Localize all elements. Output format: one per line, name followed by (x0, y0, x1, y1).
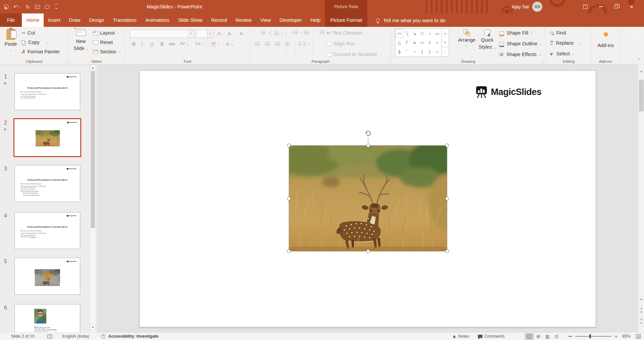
justify-button[interactable] (285, 42, 290, 46)
replace-button[interactable]: abac Replace⌄ (550, 40, 582, 46)
customize-qat-icon[interactable]: ⌄ (54, 4, 59, 10)
minimize-button[interactable] (593, 0, 608, 13)
shape-right-arrow-icon[interactable]: ⇨ (418, 38, 426, 47)
font-size-combobox[interactable]: ▼ (196, 30, 214, 38)
shape-scribble-icon[interactable]: § (396, 47, 403, 56)
text-direction-button[interactable]: ‖A Text Direction⌄ (327, 30, 367, 36)
language-indicator[interactable]: English (India) (62, 334, 89, 339)
italic-button[interactable]: I (141, 41, 143, 47)
highlight-color-button[interactable]: ab⌄ (211, 41, 220, 47)
shape-right-brace-icon[interactable]: } (426, 47, 434, 56)
font-name-combobox[interactable]: ▼ (130, 30, 194, 38)
format-painter-button[interactable]: Format Painter (21, 49, 60, 54)
layout-button[interactable]: Layout⌄ (93, 30, 119, 36)
tab-transitions[interactable]: Transitions (108, 13, 141, 27)
rotation-handle[interactable] (364, 130, 372, 137)
spell-check-icon[interactable] (47, 335, 52, 338)
previous-slide-button[interactable]: ▲▲ (638, 305, 644, 313)
shape-outline-button[interactable]: Shape Outline⌄ (499, 41, 542, 46)
cut-button[interactable]: ✂ Cut (21, 30, 35, 36)
shape-arrow-icon[interactable]: ↘ (411, 29, 418, 38)
bullets-button[interactable]: ⋮⌄ (254, 30, 270, 34)
accessibility-status[interactable]: Accessibility: Investigate (108, 334, 158, 339)
strikethrough-button[interactable]: abc (169, 42, 175, 46)
next-slide-button[interactable]: ▼▼ (638, 317, 644, 325)
align-center-button[interactable] (265, 42, 270, 46)
tab-record[interactable]: Record (207, 13, 231, 27)
slide-counter[interactable]: Slide 2 of 10 (11, 334, 35, 339)
new-slide-button[interactable]: * New Slide ⌄ (72, 29, 90, 51)
resize-handle-top-left[interactable] (287, 144, 291, 147)
bold-button[interactable]: B (132, 41, 136, 47)
deer-image[interactable] (289, 146, 447, 251)
resize-handle-bottom-right[interactable] (445, 249, 449, 253)
tab-design[interactable]: Design (85, 13, 108, 27)
save-icon[interactable] (4, 5, 8, 9)
slide-2-preview-selected[interactable]: MagicSlides (13, 118, 81, 157)
shape-down-arrow-icon[interactable]: ⇩ (426, 38, 434, 47)
canvas-scrollbar[interactable]: ▲ ▼ ▲▲ ▼▼ (638, 64, 644, 332)
shape-textbox-icon[interactable]: A≡ (396, 29, 403, 38)
zoom-slider-thumb[interactable] (589, 334, 591, 338)
shape-triangle-icon[interactable]: △ (396, 38, 403, 47)
selected-picture[interactable] (289, 146, 447, 251)
restore-button[interactable] (608, 0, 624, 13)
comments-bubble-icon[interactable] (631, 30, 637, 35)
tab-view[interactable]: View (256, 13, 275, 27)
font-name-dropdown-icon[interactable]: ▼ (188, 30, 194, 38)
canvas-scroll-down-icon[interactable]: ▼ (638, 297, 644, 303)
shapes-scroll-up-icon[interactable]: ▴ (442, 29, 449, 38)
find-button[interactable]: Find (550, 30, 566, 36)
align-left-button[interactable] (255, 42, 260, 46)
thumbnail-scrollbar[interactable]: ▲ ▼ (90, 64, 95, 332)
scroll-up-icon[interactable]: ▲ (90, 64, 96, 70)
resize-handle-top-right[interactable] (445, 144, 449, 147)
character-spacing-button[interactable]: AV⌄ (180, 41, 189, 46)
addins-button[interactable]: Add-ins (597, 32, 615, 48)
fit-to-window-icon[interactable] (636, 334, 641, 339)
tab-animations[interactable]: Animations (141, 13, 174, 27)
change-case-button[interactable]: Aa⌄ (195, 41, 204, 46)
grow-font-button[interactable]: Aˆ (217, 31, 222, 36)
zoom-slider[interactable] (575, 336, 611, 336)
section-button[interactable]: Section⌄ (93, 49, 121, 54)
touch-mouse-mode-icon[interactable] (45, 5, 49, 9)
increase-indent-button[interactable]: ▸ (301, 30, 309, 34)
tab-home[interactable]: Home (22, 13, 44, 27)
undo-icon[interactable]: ↶⌄ (13, 4, 20, 9)
shape-rounded-rectangle-icon[interactable]: ▭ (433, 29, 441, 38)
tab-help[interactable]: Help (306, 13, 325, 27)
quick-styles-button[interactable]: Quick Styles ⌄ (478, 30, 497, 50)
resize-handle-bottom-left[interactable] (287, 249, 291, 253)
paste-button[interactable]: Paste⌄ (3, 29, 19, 52)
paragraph-dialog-launcher[interactable]: ⌟ (388, 60, 389, 63)
slide-1-preview[interactable]: MagicSlides Professional Presentations i… (14, 73, 80, 110)
shape-oval-icon[interactable]: ○ (426, 29, 434, 38)
text-shadow-button[interactable]: S (160, 41, 164, 47)
align-right-button[interactable] (275, 42, 280, 46)
collapse-ribbon-button[interactable]: ⌃ (638, 58, 641, 62)
resize-handle-top-center[interactable] (366, 144, 370, 147)
zoom-out-button[interactable] (568, 336, 572, 337)
resize-handle-middle-left[interactable] (287, 197, 291, 200)
shape-fill-button[interactable]: Shape Fill⌄ (499, 30, 533, 36)
tab-review[interactable]: Review (231, 13, 256, 27)
tab-insert[interactable]: Insert (44, 13, 64, 27)
columns-button[interactable]: ⌄ (298, 42, 311, 46)
redo-icon[interactable]: ↻ (26, 4, 30, 9)
normal-view-button[interactable] (525, 333, 534, 340)
shapes-scroll-down-icon[interactable]: ▾ (442, 38, 449, 47)
scrollbar-thumb[interactable] (91, 71, 95, 228)
tab-developer[interactable]: Developer (275, 13, 306, 27)
slideshow-view-button[interactable]: ⊡ (552, 333, 561, 340)
clipboard-dialog-launcher[interactable]: ⌟ (65, 60, 66, 63)
comments-button[interactable]: Comments (484, 334, 504, 339)
font-color-button[interactable]: A⌄ (226, 41, 234, 47)
shape-freeform-icon[interactable]: ⌐ (433, 38, 441, 47)
start-slideshow-icon[interactable] (35, 5, 40, 9)
drawing-dialog-launcher[interactable]: ⌟ (543, 60, 544, 63)
account-area[interactable]: Ajay Sai AS (512, 0, 542, 13)
shape-rectangle-icon[interactable]: □ (418, 29, 426, 38)
resize-handle-bottom-center[interactable] (366, 249, 370, 253)
tab-file[interactable]: File (0, 13, 22, 27)
